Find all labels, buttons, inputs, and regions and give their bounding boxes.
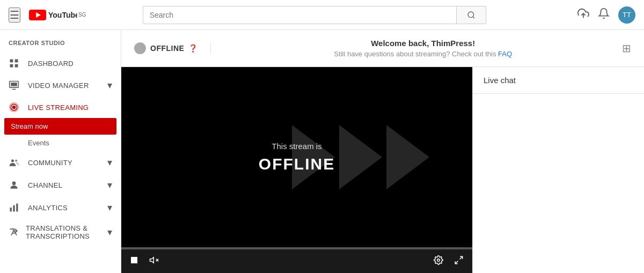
svg-line-28 (455, 261, 458, 264)
sidebar-creator-studio-label: CREATOR STUDIO (0, 30, 121, 53)
video-container: This stream is OFFLINE (121, 67, 472, 273)
welcome-section: Welcome back, ThimPress! Still have ques… (224, 39, 622, 58)
upload-button[interactable] (577, 8, 589, 22)
video-controls (121, 249, 472, 273)
search-input[interactable] (143, 6, 456, 24)
svg-rect-6 (10, 60, 13, 63)
svg-rect-22 (131, 257, 137, 263)
svg-rect-9 (15, 64, 18, 68)
offline-indicator-dot (134, 42, 146, 54)
svg-text:YouTube: YouTube (48, 11, 77, 19)
logo: YouTube SG (29, 10, 86, 20)
translations-chevron: ▾ (107, 226, 112, 238)
arrows-decoration (288, 125, 429, 189)
sidebar-item-dashboard[interactable]: DASHBOARD (0, 53, 121, 74)
welcome-subtitle: Still have questions about streaming? Ch… (224, 50, 622, 58)
help-icon[interactable]: ❓ (188, 44, 197, 53)
sidebar-item-dashboard-label: DASHBOARD (28, 60, 74, 68)
streaming-header: OFFLINE ❓ Welcome back, ThimPress! Still… (121, 30, 644, 67)
notifications-button[interactable] (598, 8, 610, 22)
sidebar-item-translations[interactable]: TRANSLATIONS & TRANSCRIPTIONS ▾ (0, 219, 121, 246)
region-badge: SG (78, 12, 86, 18)
sidebar-subitem-stream-now-label: Stream now (11, 122, 48, 130)
video-manager-icon (9, 80, 21, 91)
svg-rect-19 (10, 208, 12, 212)
sidebar-item-community[interactable]: COMMUNITY ▾ (0, 151, 121, 174)
svg-line-27 (460, 256, 463, 259)
stop-button[interactable] (128, 254, 141, 269)
hamburger-button[interactable]: ☰ (9, 8, 20, 23)
sidebar-item-analytics[interactable]: ANALYTICS ▾ (0, 196, 121, 219)
grid-icon[interactable]: ⊞ (622, 42, 631, 55)
svg-point-16 (11, 159, 14, 162)
svg-rect-21 (16, 204, 18, 212)
analytics-chevron: ▾ (107, 202, 112, 213)
svg-rect-7 (15, 60, 18, 63)
offline-label: OFFLINE (150, 44, 184, 53)
sidebar-subitem-stream-now[interactable]: Stream now (4, 118, 116, 135)
svg-rect-8 (10, 64, 13, 68)
search-button[interactable] (456, 6, 486, 24)
sidebar-subitem-events-label: Events (28, 139, 49, 147)
sidebar-item-live-streaming-label: LIVE STREAMING (28, 104, 89, 112)
svg-point-18 (12, 181, 16, 185)
svg-point-3 (468, 12, 474, 18)
community-icon (9, 157, 21, 168)
live-chat-header: Live chat (473, 67, 644, 94)
search-container (143, 6, 486, 24)
main-content: OFFLINE ❓ Welcome back, ThimPress! Still… (121, 30, 644, 273)
welcome-title: Welcome back, ThimPress! (224, 39, 622, 48)
settings-button[interactable] (431, 253, 445, 269)
video-player[interactable]: This stream is OFFLINE (121, 67, 472, 247)
avatar[interactable]: TT (618, 6, 635, 24)
faq-link[interactable]: FAQ (498, 50, 512, 58)
sidebar-subitem-events[interactable]: Events (0, 135, 121, 151)
nav-actions: TT (577, 6, 635, 24)
offline-status: OFFLINE ❓ (134, 42, 211, 54)
sidebar-item-channel-label: CHANNEL (28, 181, 62, 189)
sidebar-item-community-label: COMMUNITY (28, 159, 72, 167)
sidebar-item-live-streaming[interactable]: LIVE STREAMING (0, 97, 121, 118)
sidebar-item-channel[interactable]: CHANNEL ▾ (0, 174, 121, 196)
analytics-icon (9, 202, 21, 213)
svg-point-17 (15, 160, 17, 162)
sidebar: CREATOR STUDIO DASHBOARD VIDEO MANAGER (0, 30, 121, 273)
live-streaming-icon (9, 102, 21, 113)
live-chat-panel: Live chat (472, 67, 644, 273)
dashboard-icon (9, 58, 21, 69)
youtube-logo-svg: YouTube (29, 10, 77, 20)
sidebar-item-translations-label: TRANSLATIONS & TRANSCRIPTIONS (26, 224, 107, 240)
channel-icon (9, 180, 21, 190)
sidebar-item-video-manager[interactable]: VIDEO MANAGER ▾ (0, 74, 121, 97)
top-nav: ☰ YouTube SG TT (0, 0, 644, 30)
svg-rect-11 (11, 83, 17, 86)
video-chat-area: This stream is OFFLINE (121, 67, 644, 273)
svg-marker-23 (150, 257, 154, 263)
fullscreen-button[interactable] (452, 253, 466, 269)
svg-rect-20 (13, 205, 14, 212)
mute-button[interactable] (147, 253, 161, 269)
translations-icon (9, 227, 19, 238)
sidebar-item-video-manager-label: VIDEO MANAGER (28, 82, 89, 90)
svg-point-26 (437, 259, 440, 262)
sidebar-item-analytics-label: ANALYTICS (28, 204, 68, 212)
svg-line-4 (473, 17, 474, 18)
video-manager-chevron: ▾ (107, 79, 112, 91)
channel-chevron: ▾ (107, 179, 112, 191)
svg-point-13 (12, 106, 16, 109)
community-chevron: ▾ (107, 157, 112, 168)
main-layout: CREATOR STUDIO DASHBOARD VIDEO MANAGER (0, 30, 644, 273)
